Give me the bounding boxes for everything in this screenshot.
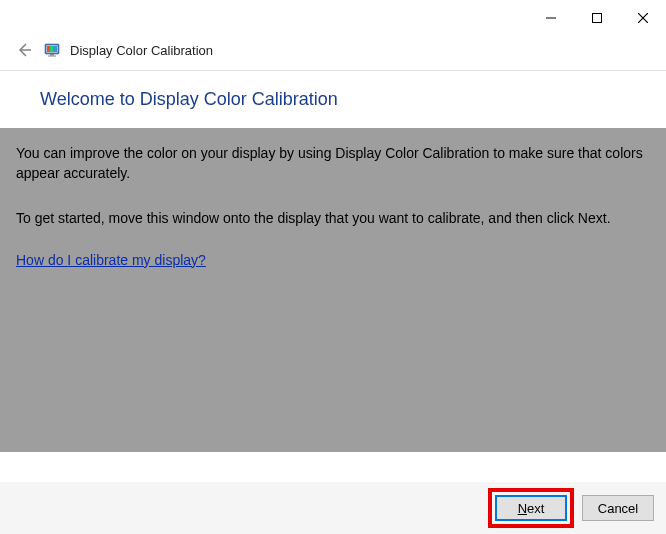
window-titlebar (0, 0, 666, 32)
next-mnemonic: N (518, 501, 527, 516)
svg-rect-11 (48, 56, 56, 57)
intro-paragraph-1: You can improve the color on your displa… (16, 144, 646, 183)
header-bar: Display Color Calibration (0, 32, 666, 71)
display-calibration-icon (44, 42, 60, 58)
next-button[interactable]: Next (495, 495, 567, 521)
svg-rect-10 (50, 54, 54, 56)
maximize-button[interactable] (574, 4, 620, 32)
svg-rect-1 (593, 14, 602, 23)
svg-rect-7 (47, 46, 50, 52)
next-label-rest: ext (527, 501, 544, 516)
minimize-button[interactable] (528, 4, 574, 32)
page-heading: Welcome to Display Color Calibration (40, 89, 666, 110)
heading-area: Welcome to Display Color Calibration (0, 71, 666, 128)
help-link[interactable]: How do I calibrate my display? (16, 252, 206, 268)
content-area: You can improve the color on your displa… (0, 128, 666, 452)
cancel-button[interactable]: Cancel (582, 495, 654, 521)
footer-bar: Next Cancel (0, 482, 666, 534)
close-button[interactable] (620, 4, 666, 32)
back-arrow-icon[interactable] (14, 40, 34, 60)
intro-paragraph-2: To get started, move this window onto th… (16, 209, 646, 229)
svg-rect-9 (53, 46, 57, 52)
next-button-highlight: Next (488, 488, 574, 528)
header-title: Display Color Calibration (70, 43, 213, 58)
svg-rect-8 (50, 46, 53, 52)
